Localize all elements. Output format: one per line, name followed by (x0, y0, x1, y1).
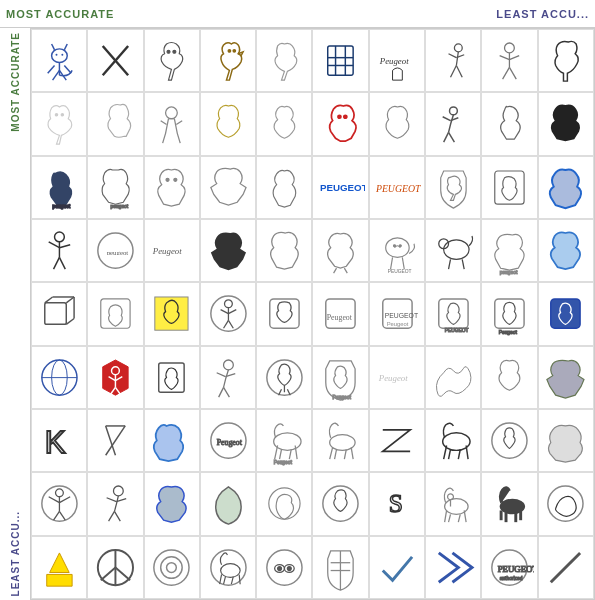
grid-cell-r4c9: peugeot (481, 219, 537, 282)
svg-text:PEUGEOT: PEUGEOT (374, 183, 421, 194)
left-most-label: MOST ACCURATE (10, 32, 21, 132)
svg-line-172 (239, 574, 240, 584)
svg-point-43 (174, 178, 177, 181)
grid-cell-r2c5 (256, 92, 312, 155)
grid-cell-r2c4 (200, 92, 256, 155)
svg-line-115 (106, 426, 126, 455)
svg-text:PEUGEOT: PEUGEOT (384, 313, 418, 320)
svg-line-26 (450, 66, 456, 78)
grid-cell-r5c3 (144, 282, 200, 345)
grid-cell-r8c3 (144, 472, 200, 535)
svg-line-67 (462, 259, 464, 269)
svg-point-78 (224, 300, 232, 308)
grid-cell-r7c1: K (31, 409, 87, 472)
grid-cell-r1c6 (312, 29, 368, 92)
grid-cell-r6c2 (87, 346, 143, 409)
svg-line-184 (551, 553, 580, 582)
svg-point-37 (338, 116, 341, 119)
svg-point-38 (344, 116, 347, 119)
grid-cell-r7c10 (538, 409, 594, 472)
svg-text:Peugeot: Peugeot (216, 438, 242, 447)
svg-line-120 (275, 446, 278, 460)
svg-line-51 (53, 257, 59, 269)
svg-line-163 (115, 567, 130, 580)
grid-cell-r3c6: PEUGEOT (312, 156, 368, 219)
svg-rect-156 (505, 513, 508, 523)
svg-rect-105 (159, 363, 184, 392)
svg-line-73 (66, 319, 74, 325)
grid-cell-r4c3: Peugeot (144, 219, 200, 282)
svg-line-127 (335, 449, 337, 459)
svg-line-114 (106, 426, 116, 455)
grid-cell-r1c2 (87, 29, 143, 92)
svg-point-28 (505, 43, 515, 53)
grid-cell-r4c8 (425, 219, 481, 282)
svg-line-2 (52, 70, 59, 80)
grid-cell-r2c1 (31, 92, 87, 155)
svg-line-134 (466, 446, 468, 460)
grid-cell-r1c9 (481, 29, 537, 92)
svg-line-126 (330, 447, 333, 459)
svg-point-152 (447, 494, 453, 500)
svg-line-162 (101, 567, 116, 580)
grid-cell-r5c4 (200, 282, 256, 345)
grid-cell-r8c5 (256, 472, 312, 535)
svg-line-7 (64, 44, 67, 50)
grid-cell-r4c2: peugeot (87, 219, 143, 282)
grid-cell-r4c4 (200, 219, 256, 282)
grid-cell-r8c7: S (369, 472, 425, 535)
grid-cell-r9c9: PEUGEOT authorized (481, 536, 537, 599)
grid-cell-r2c9 (481, 92, 537, 155)
svg-point-62 (399, 245, 401, 247)
grid-cell-r5c9: Peugeot (481, 282, 537, 345)
grid-cell-r3c8 (425, 156, 481, 219)
grid-cell-r6c7: Peugeot (369, 346, 425, 409)
svg-line-4 (47, 66, 54, 74)
svg-text:K: K (44, 425, 65, 460)
svg-point-176 (277, 566, 281, 570)
svg-line-141 (53, 512, 59, 521)
svg-line-82 (223, 321, 228, 329)
svg-rect-155 (500, 511, 503, 521)
svg-line-5 (64, 66, 71, 74)
svg-line-83 (228, 321, 233, 329)
grid-cell-r9c5 (256, 536, 312, 599)
grid-cell-r2c2 (87, 92, 143, 155)
grid-cell-r8c8 (425, 472, 481, 535)
grid-cell-r1c7: Peugeot (369, 29, 425, 92)
grid-cell-r5c1 (31, 282, 87, 345)
svg-point-35 (61, 114, 63, 116)
svg-line-150 (458, 515, 460, 523)
svg-rect-75 (101, 299, 130, 328)
svg-point-22 (454, 44, 462, 52)
svg-rect-84 (270, 299, 299, 328)
svg-line-49 (48, 242, 59, 248)
svg-text:Peugeot: Peugeot (333, 395, 352, 400)
svg-line-139 (48, 497, 59, 503)
grid-cell-r5c8: PEUGEOT (425, 282, 481, 345)
svg-point-106 (223, 360, 233, 370)
grid-cell-r6c3 (144, 346, 200, 409)
svg-point-13 (173, 50, 176, 53)
grid-cell-r8c6 (312, 472, 368, 535)
left-least-label: LEAST ACCU... (10, 511, 21, 596)
svg-line-60 (402, 257, 404, 269)
svg-rect-46 (495, 171, 524, 204)
svg-line-148 (444, 511, 446, 523)
svg-line-50 (59, 245, 70, 248)
svg-text:peugeot: peugeot (111, 204, 129, 209)
grid-cell-r4c6 (312, 219, 368, 282)
svg-point-167 (210, 550, 245, 585)
svg-point-47 (54, 232, 64, 242)
svg-point-34 (55, 114, 57, 116)
svg-text:PEUGEOT: PEUGEOT (320, 181, 365, 192)
svg-point-8 (55, 54, 57, 56)
grid-cell-r7c2 (87, 409, 143, 472)
svg-text:peugeot: peugeot (500, 270, 518, 275)
svg-point-61 (393, 245, 395, 247)
svg-point-119 (274, 433, 301, 451)
svg-line-71 (66, 297, 74, 303)
grid-cell-r6c6: Peugeot (312, 346, 368, 409)
svg-line-81 (228, 310, 236, 314)
svg-point-168 (220, 563, 240, 577)
